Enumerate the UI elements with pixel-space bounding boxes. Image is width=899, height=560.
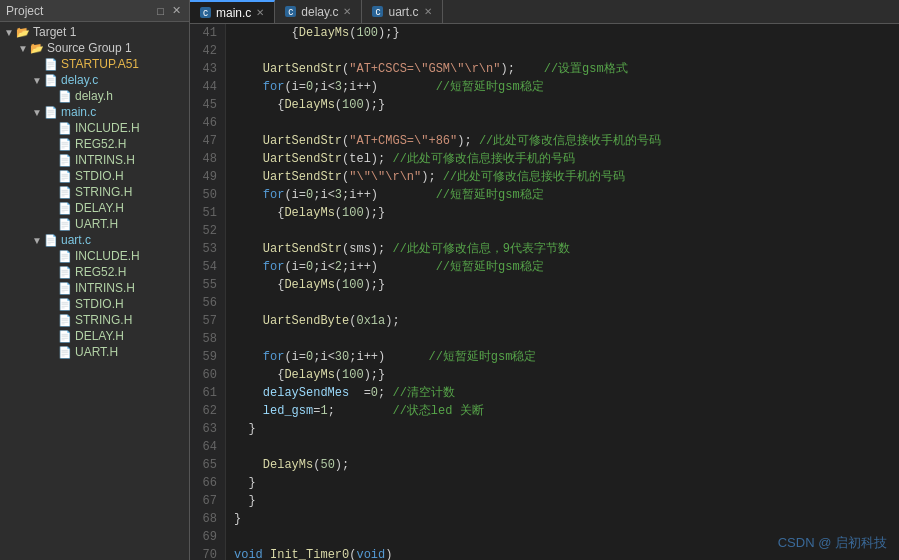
tree-item-sg1[interactable]: ▼📂Source Group 1 (0, 40, 189, 56)
line-number-52: 52 (194, 222, 217, 240)
tab-close-uartc[interactable]: ✕ (424, 6, 432, 17)
code-line-50: for(i=0;i<3;i++) //短暂延时gsm稳定 (234, 186, 891, 204)
tree-item-reg52h2[interactable]: 📄REG52.H (0, 264, 189, 280)
line-number-68: 68 (194, 510, 217, 528)
line-number-56: 56 (194, 294, 217, 312)
line-number-61: 61 (194, 384, 217, 402)
tree-label-uarth1: UART.H (75, 217, 118, 231)
tree-label-delayh1: DELAY.H (75, 201, 124, 215)
code-line-57: UartSendByte(0x1a); (234, 312, 891, 330)
line-number-65: 65 (194, 456, 217, 474)
tree-label-stringh1: STRING.H (75, 185, 132, 199)
tree-label-startup: STARTUP.A51 (61, 57, 139, 71)
tree-item-uarth2[interactable]: 📄UART.H (0, 344, 189, 360)
tree-label-stdioh2: STDIO.H (75, 297, 124, 311)
line-number-57: 57 (194, 312, 217, 330)
tree-label-includeh1: INCLUDE.H (75, 121, 140, 135)
code-line-48: UartSendStr(tel); //此处可修改信息接收手机的号码 (234, 150, 891, 168)
tree-label-intrinsh2: INTRINS.H (75, 281, 135, 295)
code-line-61: delaySendMes =0; //清空计数 (234, 384, 891, 402)
tree-item-startup[interactable]: 📄STARTUP.A51 (0, 56, 189, 72)
code-line-42 (234, 42, 891, 60)
tree-label-uartc: uart.c (61, 233, 91, 247)
code-line-54: for(i=0;i<2;i++) //短暂延时gsm稳定 (234, 258, 891, 276)
tab-label-delayc: delay.c (301, 5, 338, 19)
code-content[interactable]: {DelayMs(100);} UartSendStr("AT+CSCS=\"G… (226, 24, 899, 560)
code-line-56 (234, 294, 891, 312)
code-line-66: } (234, 474, 891, 492)
panel-icons: □ ✕ (155, 4, 183, 17)
code-line-41: {DelayMs(100);} (234, 24, 891, 42)
code-line-43: UartSendStr("AT+CSCS=\"GSM\"\r\n"); //设置… (234, 60, 891, 78)
tree-item-includeh1[interactable]: 📄INCLUDE.H (0, 120, 189, 136)
code-line-45: {DelayMs(100);} (234, 96, 891, 114)
line-number-62: 62 (194, 402, 217, 420)
tree-item-delayc[interactable]: ▼📄delay.c (0, 72, 189, 88)
line-number-42: 42 (194, 42, 217, 60)
tree-label-stdioh1: STDIO.H (75, 169, 124, 183)
code-line-63: } (234, 420, 891, 438)
tree-label-delayh: delay.h (75, 89, 113, 103)
tree-item-stdioh1[interactable]: 📄STDIO.H (0, 168, 189, 184)
tab-delayc[interactable]: cdelay.c✕ (275, 0, 362, 23)
editor-panel: cmain.c✕cdelay.c✕cuart.c✕ 41424344454647… (190, 0, 899, 560)
tab-uartc[interactable]: cuart.c✕ (362, 0, 442, 23)
line-number-41: 41 (194, 24, 217, 42)
panel-close-btn[interactable]: ✕ (170, 4, 183, 17)
line-number-50: 50 (194, 186, 217, 204)
code-line-65: DelayMs(50); (234, 456, 891, 474)
tab-label-uartc: uart.c (388, 5, 418, 19)
tab-close-delayc[interactable]: ✕ (343, 6, 351, 17)
code-line-69 (234, 528, 891, 546)
line-number-44: 44 (194, 78, 217, 96)
project-header: Project □ ✕ (0, 0, 189, 22)
line-number-60: 60 (194, 366, 217, 384)
line-number-69: 69 (194, 528, 217, 546)
line-numbers: 4142434445464748495051525354555657585960… (190, 24, 226, 560)
line-number-47: 47 (194, 132, 217, 150)
tab-icon-delayc: c (285, 6, 296, 17)
tree-label-reg52h1: REG52.H (75, 137, 126, 151)
tab-mainc[interactable]: cmain.c✕ (190, 0, 275, 23)
code-line-46 (234, 114, 891, 132)
line-number-66: 66 (194, 474, 217, 492)
tree-label-stringh2: STRING.H (75, 313, 132, 327)
tree-item-reg52h1[interactable]: 📄REG52.H (0, 136, 189, 152)
code-line-55: {DelayMs(100);} (234, 276, 891, 294)
tab-icon-uartc: c (372, 6, 383, 17)
project-title: Project (6, 4, 43, 18)
tree-item-mainc[interactable]: ▼📄main.c (0, 104, 189, 120)
code-line-52 (234, 222, 891, 240)
code-line-59: for(i=0;i<30;i++) //短暂延时gsm稳定 (234, 348, 891, 366)
tab-icon-mainc: c (200, 7, 211, 18)
code-area[interactable]: 4142434445464748495051525354555657585960… (190, 24, 899, 560)
tree-label-includeh2: INCLUDE.H (75, 249, 140, 263)
line-number-48: 48 (194, 150, 217, 168)
line-number-51: 51 (194, 204, 217, 222)
tree-item-intrinsh2[interactable]: 📄INTRINS.H (0, 280, 189, 296)
line-number-46: 46 (194, 114, 217, 132)
tree-item-target1[interactable]: ▼📂Target 1 (0, 24, 189, 40)
code-line-51: {DelayMs(100);} (234, 204, 891, 222)
tree-item-uarth1[interactable]: 📄UART.H (0, 216, 189, 232)
tree-item-stringh1[interactable]: 📄STRING.H (0, 184, 189, 200)
panel-collapse-btn[interactable]: □ (155, 4, 166, 17)
tree-item-delayh2[interactable]: 📄DELAY.H (0, 328, 189, 344)
line-number-54: 54 (194, 258, 217, 276)
line-number-49: 49 (194, 168, 217, 186)
tree-item-delayh[interactable]: 📄delay.h (0, 88, 189, 104)
tree-label-uarth2: UART.H (75, 345, 118, 359)
tab-close-mainc[interactable]: ✕ (256, 7, 264, 18)
tree-item-includeh2[interactable]: 📄INCLUDE.H (0, 248, 189, 264)
line-number-55: 55 (194, 276, 217, 294)
tree-item-intrinsh1[interactable]: 📄INTRINS.H (0, 152, 189, 168)
tree-label-mainc: main.c (61, 105, 96, 119)
code-line-64 (234, 438, 891, 456)
code-line-58 (234, 330, 891, 348)
tree-item-uartc[interactable]: ▼📄uart.c (0, 232, 189, 248)
tree-item-stringh2[interactable]: 📄STRING.H (0, 312, 189, 328)
line-number-53: 53 (194, 240, 217, 258)
code-line-53: UartSendStr(sms); //此处可修改信息，9代表字节数 (234, 240, 891, 258)
tree-item-stdioh2[interactable]: 📄STDIO.H (0, 296, 189, 312)
tree-item-delayh1[interactable]: 📄DELAY.H (0, 200, 189, 216)
